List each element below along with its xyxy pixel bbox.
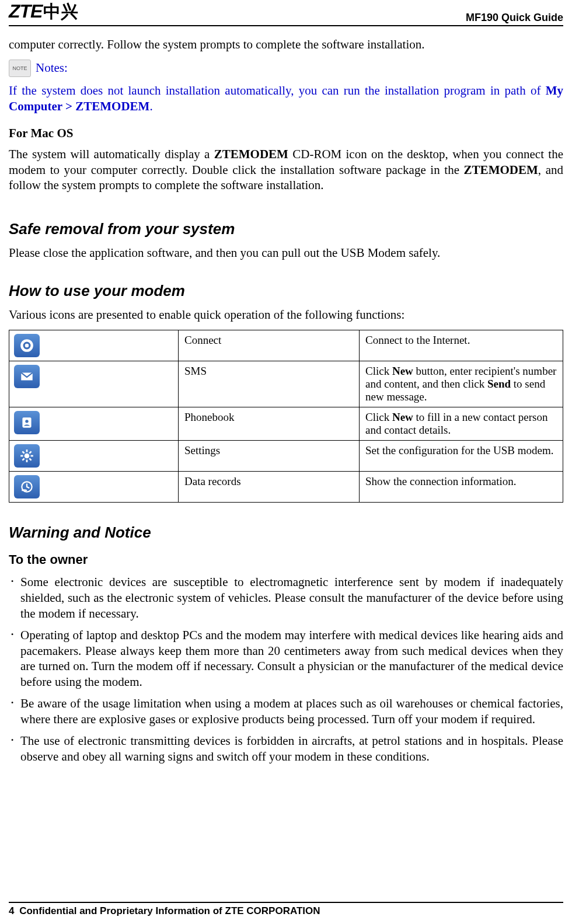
page-header: ZTE中兴 MF190 Quick Guide	[9, 0, 563, 26]
logo-text: ZTE	[9, 1, 42, 22]
note-icon: NOTE	[9, 60, 31, 77]
logo: ZTE中兴	[9, 0, 78, 24]
list-item: The use of electronic transmitting devic…	[9, 733, 563, 765]
table-row: SMS Click New button, enter recipient's …	[9, 361, 563, 407]
mac-header: For Mac OS	[9, 126, 563, 141]
svg-line-12	[29, 458, 31, 460]
section-how-to-use: How to use your modem	[9, 282, 563, 300]
section-warning: Warning and Notice	[9, 524, 563, 542]
row-desc: Show the connection information.	[360, 472, 563, 503]
sms-icon	[14, 365, 40, 388]
note-body-pre: If the system does not launch installati…	[9, 83, 546, 97]
safe-body: Please close the application software, a…	[9, 245, 563, 261]
doc-title: MF190 Quick Guide	[466, 12, 563, 24]
page-footer: 4 Confidential and Proprietary Informati…	[9, 902, 563, 917]
connect-icon	[14, 334, 40, 357]
svg-point-6	[25, 454, 30, 459]
table-row: Connect Connect to the Internet.	[9, 330, 563, 361]
note-body: If the system does not launch installati…	[9, 83, 563, 114]
section-safe-removal: Safe removal from your system	[9, 220, 563, 238]
row-name: Phonebook	[179, 407, 360, 441]
row-name: Settings	[179, 441, 360, 472]
intro-fragment: computer correctly. Follow the system pr…	[9, 37, 563, 53]
logo-cn: 中兴	[43, 2, 78, 21]
icon-table: Connect Connect to the Internet. SMS Cli…	[9, 330, 563, 503]
footer-text: Confidential and Proprietary Information…	[19, 905, 320, 916]
list-item: Be aware of the usage limitation when us…	[9, 696, 563, 727]
row-desc: Click New to fill in a new contact perso…	[360, 407, 563, 441]
table-row: Phonebook Click New to fill in a new con…	[9, 407, 563, 441]
phonebook-icon	[14, 411, 40, 434]
note-row: NOTE Notes:	[9, 60, 563, 77]
row-desc: Set the configuration for the USB modem.	[360, 441, 563, 472]
row-name: Connect	[179, 330, 360, 361]
notes-label: Notes:	[36, 61, 68, 75]
list-item: Some electronic devices are susceptible …	[9, 574, 563, 622]
table-row: Data records Show the connection informa…	[9, 472, 563, 503]
row-desc: Connect to the Internet.	[360, 330, 563, 361]
owner-bullets: Some electronic devices are susceptible …	[9, 574, 563, 765]
svg-point-5	[25, 420, 28, 423]
row-desc: Click New button, enter recipient's numb…	[360, 361, 563, 407]
list-item: Operating of laptop and desktop PCs and …	[9, 627, 563, 691]
svg-line-14	[29, 451, 31, 453]
data-records-icon	[14, 475, 40, 498]
subsection-owner: To the owner	[9, 552, 563, 567]
svg-line-11	[22, 451, 24, 453]
page-number: 4	[9, 905, 14, 916]
table-row: Settings Set the configuration for the U…	[9, 441, 563, 472]
mac-body-1: The system will automatically display a	[9, 147, 214, 161]
settings-icon	[14, 444, 40, 468]
mac-body: The system will automatically display a …	[9, 147, 563, 194]
mac-body-bold2: ZTEMODEM	[464, 163, 538, 177]
svg-point-2	[25, 344, 29, 348]
svg-line-13	[22, 458, 24, 460]
note-body-post: .	[149, 99, 152, 113]
mac-body-bold1: ZTEMODEM	[214, 147, 288, 161]
row-name: SMS	[179, 361, 360, 407]
row-name: Data records	[179, 472, 360, 503]
howto-intro: Various icons are presented to enable qu…	[9, 307, 563, 323]
